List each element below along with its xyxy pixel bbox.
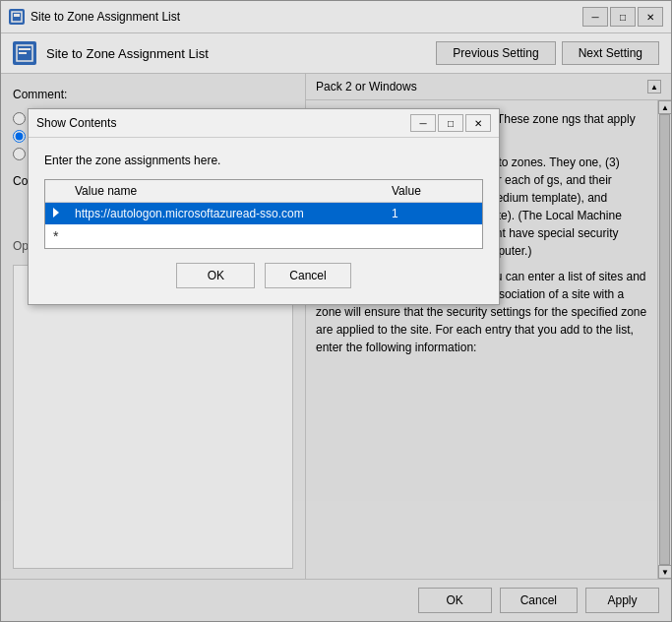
row-empty-name-cell[interactable]: [67, 224, 384, 248]
row-value-name-cell[interactable]: https://autologon.microsoftazuread-sso.c…: [67, 203, 384, 225]
dialog-cancel-button[interactable]: Cancel: [265, 263, 350, 288]
table-header-row: Value name Value: [45, 180, 482, 203]
col-value-name-header: Value name: [67, 180, 384, 203]
dialog-maximize-button[interactable]: □: [438, 114, 463, 132]
dialog-close-button[interactable]: ✕: [465, 114, 491, 132]
dialog-instruction: Enter the zone assignments here.: [44, 154, 483, 167]
new-row-asterisk-icon: *: [53, 228, 58, 244]
dialog-win-buttons: ─ □ ✕: [410, 114, 491, 132]
table-row[interactable]: https://autologon.microsoftazuread-sso.c…: [45, 203, 482, 225]
dialog-table: Value name Value https://autologon.micro…: [45, 180, 482, 248]
show-contents-dialog: Show Contents ─ □ ✕ Enter the zone assig…: [28, 108, 500, 305]
row-empty-value-cell[interactable]: [384, 224, 482, 248]
col-value-header: Value: [384, 180, 482, 203]
dialog-content: Enter the zone assignments here. Value n…: [29, 138, 499, 304]
dialog-title-bar: Show Contents ─ □ ✕: [29, 109, 499, 138]
selected-row-arrow-icon: [53, 208, 59, 218]
modal-overlay: Show Contents ─ □ ✕ Enter the zone assig…: [0, 0, 672, 622]
table-row-empty[interactable]: *: [45, 224, 482, 248]
dialog-title-text: Show Contents: [36, 116, 404, 130]
dialog-minimize-button[interactable]: ─: [410, 114, 436, 132]
row-indicator-selected: [45, 203, 67, 225]
col-indicator: [45, 180, 67, 203]
row-indicator-empty: *: [45, 224, 67, 248]
row-value-cell[interactable]: 1: [384, 203, 482, 225]
dialog-ok-button[interactable]: OK: [176, 263, 255, 288]
dialog-table-container: Value name Value https://autologon.micro…: [44, 179, 483, 249]
dialog-footer: OK Cancel: [44, 263, 483, 288]
